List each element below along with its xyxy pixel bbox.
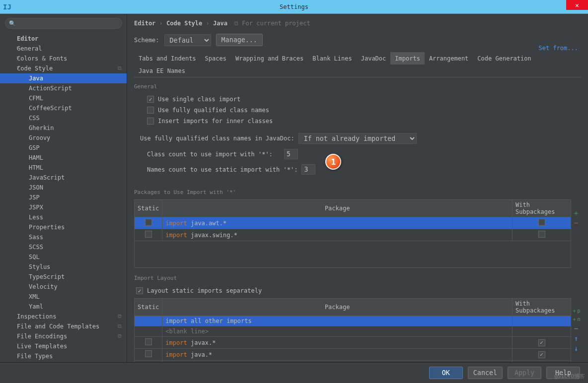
tree-item-gherkin[interactable]: Gherkin [0, 123, 127, 133]
checkbox-fq-class-names[interactable] [147, 107, 154, 114]
manage-button[interactable]: Manage... [216, 34, 263, 46]
chevron-right-icon: ▶ [17, 45, 19, 50]
checkbox-single-class-import[interactable] [147, 96, 154, 103]
close-button[interactable]: ✕ [566, 0, 588, 10]
move-up-icon[interactable]: ↑ [574, 335, 578, 342]
tree-item-javascript[interactable]: JavaScript [0, 173, 127, 183]
tree-item-less[interactable]: Less [0, 212, 127, 222]
tree-item-properties[interactable]: Properties [0, 222, 127, 232]
tree-item-groovy[interactable]: Groovy [0, 133, 127, 143]
tab-blank-lines[interactable]: Blank Lines [308, 52, 356, 64]
tree-item-actionscript[interactable]: ActionScript [0, 83, 127, 93]
add-package-icon[interactable]: ＋p [572, 308, 581, 314]
table-row[interactable]: import java.* [135, 349, 571, 361]
label-layout-static-separately: Layout static imports separately [147, 287, 262, 294]
tree-item-yaml[interactable]: Yaml [0, 302, 127, 312]
checkbox-static[interactable] [145, 219, 152, 226]
ok-button[interactable]: OK [429, 367, 463, 379]
tree-item-json[interactable]: JSON [0, 183, 127, 192]
label-class-count: Class count to use import with '*': [147, 151, 280, 158]
tree-item-xml[interactable]: XML [0, 292, 127, 302]
checkbox-static[interactable] [145, 231, 152, 238]
checkbox-subpackages[interactable] [538, 351, 545, 358]
table-row[interactable]: <blank line> [135, 326, 571, 337]
section-packages: Packages to Use Import with '*' [134, 189, 581, 195]
tree-label: File Types [17, 353, 53, 360]
tree-label: Colors & Fonts [17, 55, 67, 62]
remove-icon[interactable]: − [574, 219, 578, 226]
breadcrumb-editor[interactable]: Editor [134, 20, 155, 27]
tree-item-file-types[interactable]: File Types [0, 351, 127, 361]
search-input[interactable] [5, 18, 122, 29]
tree-item-sql[interactable]: SQL [0, 252, 127, 262]
tab-tabs-and-indents[interactable]: Tabs and Indents [134, 52, 201, 64]
tree-item-scss[interactable]: SCSS [0, 242, 127, 252]
tab-code-generation[interactable]: Code Generation [473, 52, 535, 64]
col-subpackages: With Subpackages [513, 299, 571, 316]
tree-header-editor[interactable]: Editor [0, 34, 127, 44]
tree-item-html[interactable]: HTML [0, 163, 127, 173]
scheme-label: Scheme: [134, 37, 159, 44]
tab-arrangement[interactable]: Arrangement [425, 52, 473, 64]
tree-item-stylus[interactable]: Stylus [0, 262, 127, 272]
table-row[interactable]: import java.awt.* [135, 217, 571, 229]
tree-item-css[interactable]: CSS [0, 113, 127, 123]
input-names-count[interactable] [301, 164, 315, 175]
checkbox-static[interactable] [145, 350, 152, 357]
tab-javadoc[interactable]: JavaDoc [357, 52, 391, 64]
set-from-link[interactable]: Set from... [539, 45, 578, 52]
tree-item-gsp[interactable]: GSP [0, 143, 127, 153]
apply-button[interactable]: Apply [508, 367, 541, 379]
breadcrumb-code-style[interactable]: Code Style [166, 20, 202, 27]
tree-item-haml[interactable]: HAML [0, 153, 127, 163]
tab-spaces[interactable]: Spaces [201, 52, 231, 64]
scheme-select[interactable]: Default [164, 34, 211, 46]
tree-item-velocity[interactable]: Velocity [0, 282, 127, 292]
settings-tree[interactable]: Editor ▶General ▶Colors & Fonts ▼Code St… [0, 33, 127, 362]
tree-item-live-templates[interactable]: Live Templates [0, 341, 127, 351]
tree-item-typescript[interactable]: TypeScript [0, 272, 127, 282]
checkbox-layout-static-separately[interactable] [136, 287, 143, 294]
select-fq-javadoc[interactable]: If not already imported [298, 133, 417, 144]
tree-label: File and Code Templates [17, 323, 99, 330]
tree-item-java[interactable]: Java [0, 73, 127, 83]
tree-item-jspx[interactable]: JSPX [0, 202, 127, 212]
table-row[interactable]: <blank line> [135, 361, 571, 363]
cancel-button[interactable]: Cancel [468, 367, 503, 379]
table-row[interactable]: import javax.* [135, 337, 571, 349]
checkbox-static[interactable] [145, 338, 152, 345]
copy-icon: ⧉ [118, 313, 122, 319]
tree-item-sass[interactable]: Sass [0, 232, 127, 242]
tree-item-cfml[interactable]: CFML [0, 93, 127, 103]
remove-icon[interactable]: − [574, 325, 578, 332]
layout-table[interactable]: Static Package With Subpackages import a… [134, 298, 571, 362]
tree-item-file-code-templates[interactable]: File and Code Templates⧉ [0, 321, 127, 331]
label-single-class-import: Use single class import [158, 96, 240, 103]
label-inner-classes: Insert imports for inner classes [158, 118, 273, 125]
add-icon[interactable]: ＋ [573, 209, 580, 216]
tree-item-coffeescript[interactable]: CoffeeScript [0, 103, 127, 113]
tree-item-general[interactable]: ▶General [0, 44, 127, 54]
tree-item-file-encodings[interactable]: File Encodings⧉ [0, 331, 127, 341]
checkbox-subpackages[interactable] [538, 219, 545, 226]
checkbox-subpackages[interactable] [538, 339, 545, 346]
move-down-icon[interactable]: ↓ [574, 345, 578, 352]
input-class-count[interactable] [284, 149, 298, 159]
tab-imports[interactable]: Imports [390, 52, 425, 64]
tree-item-colors-fonts[interactable]: ▶Colors & Fonts [0, 54, 127, 64]
chevron-right-icon: ▶ [17, 55, 19, 60]
tree-item-code-style[interactable]: ▼Code Style⧉ [0, 64, 127, 73]
tree-label: General [17, 45, 42, 52]
col-package: Package [162, 200, 513, 217]
packages-table[interactable]: Static Package With Subpackages import j… [134, 199, 571, 241]
help-button[interactable]: Help [546, 367, 580, 379]
tab-java-ee-names[interactable]: Java EE Names [134, 64, 190, 77]
tree-item-inspections[interactable]: Inspections⧉ [0, 312, 127, 321]
tree-item-jsp[interactable]: JSP [0, 192, 127, 202]
checkbox-subpackages[interactable] [538, 231, 545, 238]
add-blank-icon[interactable]: ＋n [572, 317, 581, 322]
tab-wrapping-and-braces[interactable]: Wrapping and Braces [231, 52, 308, 64]
checkbox-inner-classes[interactable] [147, 118, 154, 125]
table-row[interactable]: import all other imports [135, 316, 571, 326]
table-row[interactable]: import javax.swing.* [135, 229, 571, 241]
